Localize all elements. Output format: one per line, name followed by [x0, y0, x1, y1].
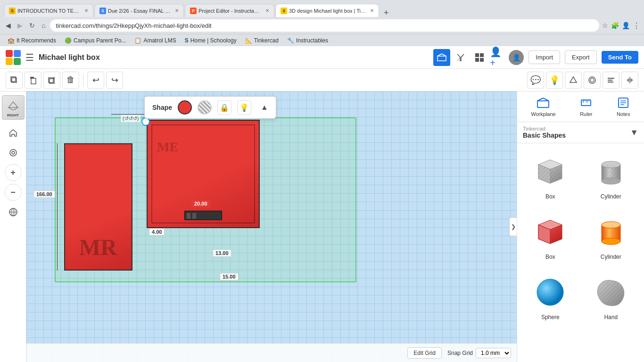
logo-cell-bl [6, 58, 13, 65]
bookmark-campus[interactable]: 🟢 Campus Parent Po... [61, 36, 130, 45]
tab3-close[interactable]: ✕ [265, 8, 269, 13]
shape-light-btn[interactable]: 💡 [237, 100, 251, 115]
fit-all-button[interactable] [5, 124, 22, 141]
shape-orange-cylinder[interactable]: Cylinder [584, 209, 639, 264]
workplane-header-btn[interactable] [433, 49, 450, 66]
shape-color-stripes[interactable] [198, 100, 212, 115]
left-panel: RIGHT + − [0, 91, 26, 362]
mirror-icon [626, 76, 634, 84]
panel-collapse-arrow[interactable]: ❯ [509, 217, 517, 236]
bookmark-amatrol[interactable]: 📋 Amatrol LMS [131, 36, 180, 45]
edit-grid-button[interactable]: Edit Grid [407, 347, 442, 359]
app-container: ☰ Michael light box 👤+ 👤 Import Export S… [0, 46, 644, 362]
redo-button[interactable]: ↪ [106, 72, 123, 89]
align-btn[interactable] [603, 72, 619, 89]
select-button[interactable] [5, 144, 22, 161]
paste-button[interactable] [25, 72, 41, 89]
export-button[interactable]: Export [565, 50, 597, 64]
zoom-out-button[interactable]: − [5, 184, 22, 201]
tab4-label: 3D design Michael light box | Tin... [289, 8, 366, 14]
svg-point-57 [602, 222, 620, 228]
forward-button[interactable]: ▶ [16, 20, 25, 31]
svg-rect-18 [608, 80, 612, 81]
bookmark-button[interactable]: ☆ [602, 22, 608, 29]
red-box-left[interactable]: MR [64, 143, 132, 271]
home-button[interactable]: ⌂ [40, 20, 47, 31]
svg-point-26 [10, 149, 17, 156]
mirror-btn[interactable] [621, 72, 638, 89]
import-button[interactable]: Import [528, 50, 560, 64]
new-tab-button[interactable]: + [380, 8, 393, 17]
snap-grid-control: Snap Grid 1.0 mm 0.5 mm 2.0 mm [447, 348, 511, 358]
shape-lock-btn[interactable]: 🔒 [217, 100, 231, 115]
svg-rect-7 [480, 58, 484, 62]
red-box-center[interactable]: ME [147, 120, 260, 228]
build-tool-btn[interactable] [452, 49, 469, 66]
library-dropdown-btn[interactable]: ▼ [630, 128, 638, 138]
add-user-btn[interactable]: 👤+ [490, 49, 507, 66]
dim-label-15: 15.00 [220, 273, 239, 280]
lighting-btn[interactable]: 💡 [546, 72, 563, 89]
geometry-btn[interactable] [565, 72, 582, 89]
canvas-bottom-bar: Edit Grid Snap Grid 1.0 mm 0.5 mm 2.0 mm [26, 343, 517, 362]
bookmark-instructables[interactable]: 🔧 Instructables [283, 36, 332, 45]
gray-box-label: Box [545, 193, 555, 200]
box-text-detail: ME [157, 140, 178, 155]
library-info: Tinkercad Basic Shapes [523, 126, 566, 139]
shapes-btn[interactable] [471, 49, 488, 66]
reload-button[interactable]: ↻ [27, 20, 37, 31]
bookmark-schoology-icon: S [185, 37, 189, 44]
workplane-tab[interactable]: Workplane [526, 94, 560, 119]
shape-red-box[interactable]: Box [523, 209, 578, 264]
delete-button[interactable]: 🗑 [62, 72, 79, 89]
ruler-tab[interactable]: Ruler [575, 94, 597, 119]
snap-grid-select[interactable]: 1.0 mm 0.5 mm 2.0 mm [476, 348, 511, 358]
dim-left-value: 166.00 [36, 191, 52, 197]
red-box-icon [531, 213, 569, 251]
canvas-area[interactable]: MR ME 100.00 [26, 91, 517, 362]
bookmark-schoology[interactable]: S Home | Schoology [181, 36, 240, 45]
svg-rect-5 [480, 53, 484, 57]
view-cube[interactable]: RIGHT [2, 95, 25, 120]
tab4-close[interactable]: ✕ [370, 8, 374, 13]
shape-gray-cylinder[interactable]: Cylinder [584, 149, 639, 204]
menu-button[interactable]: ⋮ [633, 21, 640, 30]
bookmark-it-icon: 🏫 [8, 37, 15, 44]
extensions-button[interactable]: 🧩 [611, 22, 619, 29]
profile-button[interactable]: 👤 [622, 22, 630, 29]
geometry-icon [569, 76, 578, 84]
tab1-icon: S [9, 8, 16, 14]
shape-hand[interactable]: Hand [584, 270, 639, 324]
tab1-close[interactable]: ✕ [84, 8, 88, 13]
back-button[interactable]: ◀ [4, 20, 13, 31]
orientation-button[interactable] [5, 204, 22, 221]
shape-collapse-btn[interactable]: ▲ [261, 103, 268, 112]
app-header: ☰ Michael light box 👤+ 👤 Import Export S… [0, 46, 644, 69]
notes-tab[interactable]: Notes [612, 94, 635, 119]
tab-4[interactable]: 3 3D design Michael light box | Tin... ✕ [275, 4, 379, 17]
group-btn[interactable] [584, 72, 601, 89]
tab-2[interactable]: S Due 2/26 - Essay FINAL DRAFT ... ✕ [94, 4, 184, 17]
bookmark-tinkercad[interactable]: 📐 Tinkercad [241, 36, 282, 45]
tab2-close[interactable]: ✕ [175, 8, 179, 13]
shape-color-solid[interactable] [178, 100, 192, 115]
notes-tab-label: Notes [617, 111, 630, 117]
menu-list-button[interactable]: ☰ [25, 52, 34, 63]
tinkercad-logo[interactable] [6, 50, 21, 65]
camera-view-btn[interactable]: 💬 [527, 72, 544, 89]
address-input[interactable] [50, 19, 599, 32]
duplicate-button[interactable] [43, 72, 60, 89]
bookmarks-bar: 🏫 It Recommends 🟢 Campus Parent Po... 📋 … [0, 34, 644, 46]
tab-3[interactable]: P Project Editor - Instructables ✕ [185, 4, 274, 17]
bookmark-it-recommends[interactable]: 🏫 It Recommends [4, 36, 60, 45]
undo-button[interactable]: ↩ [87, 72, 104, 89]
tab4-icon: 3 [281, 8, 287, 14]
zoom-in-button[interactable]: + [5, 164, 22, 181]
avatar[interactable]: 👤 [509, 50, 524, 65]
library-header: Tinkercad Basic Shapes ▼ [517, 122, 644, 143]
tab-1[interactable]: S INTRODUCTION TO TECHNOLOG... ✕ [4, 4, 93, 17]
shape-blue-sphere[interactable]: Sphere [523, 270, 578, 324]
shape-gray-box[interactable]: Box [523, 149, 578, 204]
copy-button[interactable] [6, 72, 23, 89]
send-to-button[interactable]: Send To [602, 51, 638, 64]
